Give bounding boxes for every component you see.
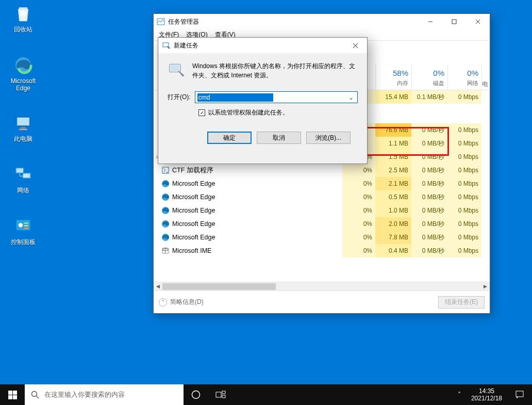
process-row[interactable]: CTF 加载程序0%2.5 MB0 MB/秒0 Mbps xyxy=(154,164,490,177)
cell-cpu: 0% xyxy=(342,231,375,244)
open-input[interactable] xyxy=(197,93,273,102)
process-name: CTF 加载程序 xyxy=(172,166,342,175)
control-panel-icon xyxy=(13,216,34,236)
svg-rect-42 xyxy=(216,392,221,397)
desktop-icon-this-pc[interactable]: 此电脑 xyxy=(4,112,42,142)
scroll-right-icon[interactable]: ► xyxy=(481,282,490,291)
svg-rect-4 xyxy=(21,127,26,128)
scroll-left-icon[interactable]: ◄ xyxy=(154,282,162,291)
dialog-close-button[interactable] xyxy=(343,38,367,53)
notifications-button[interactable] xyxy=(507,390,532,399)
notifications-icon xyxy=(515,390,524,399)
svg-rect-36 xyxy=(13,391,17,395)
cell-memory: 7.8 MB xyxy=(375,231,411,244)
cell-memory: 1.1 MB xyxy=(375,137,411,150)
dropdown-icon[interactable]: ⌄ xyxy=(347,94,355,101)
process-row[interactable]: Microsoft Edge0%7.8 MB0 MB/秒0 Mbps xyxy=(154,231,490,244)
cancel-button[interactable]: 取消 xyxy=(257,132,301,144)
scroll-thumb[interactable] xyxy=(162,283,276,290)
cell-network: 0 Mbps xyxy=(447,217,481,231)
cell-network: 0 Mbps xyxy=(447,190,481,204)
cell-network: 0 Mbps xyxy=(447,123,481,137)
task-manager-icon xyxy=(157,18,165,26)
chevron-up-icon: ˄ xyxy=(159,298,167,306)
desktop-icon-recycle-bin[interactable]: 回收站 xyxy=(4,3,42,33)
process-row[interactable]: Microsoft Edge0%1.0 MB0 MB/秒0 Mbps xyxy=(154,204,490,217)
checkbox-checked-icon[interactable]: ✓ xyxy=(198,109,205,116)
cell-network: 0 Mbps xyxy=(447,231,481,244)
fewer-details-link[interactable]: ˄ 简略信息(D) xyxy=(159,298,204,306)
svg-rect-3 xyxy=(17,118,29,125)
svg-rect-17 xyxy=(452,20,456,24)
desktop-icon-label: 回收站 xyxy=(4,26,42,33)
column-disk[interactable]: 0% 磁盘 xyxy=(411,64,447,90)
start-button[interactable] xyxy=(0,384,25,405)
taskbar-date: 2021/12/18 xyxy=(471,395,502,402)
title-bar[interactable]: 任务管理器 xyxy=(154,14,490,29)
cell-disk: 0 MB/秒 xyxy=(411,204,447,217)
admin-checkbox-row[interactable]: ✓ 以系统管理权限创建此任务。 xyxy=(198,108,358,117)
svg-point-11 xyxy=(19,223,23,227)
process-row[interactable]: Microsoft Edge0%2.1 MB0 MB/秒0 Mbps xyxy=(154,177,490,190)
process-row[interactable]: Microsoft Edge0%2.0 MB0 MB/秒0 Mbps xyxy=(154,217,490,231)
ok-button[interactable]: 确定 xyxy=(207,132,252,144)
svg-rect-38 xyxy=(13,395,17,399)
svg-rect-37 xyxy=(8,395,12,399)
cell-memory: 76.6 MB xyxy=(375,123,411,137)
run-icon xyxy=(162,41,171,50)
task-view-icon xyxy=(215,391,226,399)
close-button[interactable] xyxy=(466,14,490,29)
search-placeholder: 在这里输入你要搜索的内容 xyxy=(44,390,125,399)
column-network[interactable]: 0% 网络 xyxy=(447,64,481,90)
cell-disk: 0 MB/秒 xyxy=(411,150,447,164)
cortana-button[interactable] xyxy=(184,384,208,405)
process-row[interactable]: 中Microsoft IME0%0.4 MB0 MB/秒0 Mbps xyxy=(154,244,490,257)
taskbar-clock[interactable]: 14:35 2021/12/18 xyxy=(466,387,507,402)
taskbar-time: 14:35 xyxy=(471,387,502,395)
svg-point-39 xyxy=(32,392,37,397)
cell-disk: 0 MB/秒 xyxy=(411,217,447,231)
maximize-button[interactable] xyxy=(442,14,466,29)
recycle-bin-icon xyxy=(13,3,34,24)
cell-memory: 0.5 MB xyxy=(375,190,411,204)
cell-network: 0 Mbps xyxy=(447,204,481,217)
desktop-icon-network[interactable]: 网络 xyxy=(4,164,42,194)
svg-rect-12 xyxy=(24,222,28,224)
task-view-button[interactable] xyxy=(208,384,233,405)
open-combobox[interactable]: ⌄ xyxy=(195,91,358,103)
svg-line-40 xyxy=(37,396,39,399)
column-memory[interactable]: 58% 内存 xyxy=(375,64,411,90)
admin-checkbox-label: 以系统管理权限创建此任务。 xyxy=(208,108,289,117)
process-name: Microsoft IME xyxy=(172,247,342,254)
browse-button[interactable]: 浏览(B)... xyxy=(306,132,351,144)
cell-disk: 0 MB/秒 xyxy=(411,137,447,150)
system-tray[interactable]: ˄ xyxy=(453,391,466,398)
column-power[interactable]: 电 xyxy=(481,64,490,90)
dialog-title: 新建任务 xyxy=(174,41,343,50)
open-label: 打开(O): xyxy=(168,93,191,102)
window-title: 任务管理器 xyxy=(168,18,419,26)
process-icon xyxy=(161,193,170,201)
cell-disk: 0 MB/秒 xyxy=(411,123,447,137)
process-name: Microsoft Edge xyxy=(172,180,342,187)
cell-network: 0 Mbps xyxy=(447,137,481,150)
horizontal-scrollbar[interactable]: ◄ ► xyxy=(154,282,490,290)
process-icon: 中 xyxy=(161,247,170,255)
cell-cpu: 0% xyxy=(342,164,375,177)
cell-network: 0 Mbps xyxy=(447,150,481,164)
process-row[interactable]: Microsoft Edge0%0.5 MB0 MB/秒0 Mbps xyxy=(154,190,490,204)
desktop-icon-control-panel[interactable]: 控制面板 xyxy=(4,216,42,246)
run-dialog: 新建任务 Windows 将根据你所键入的名称，为你打开相应的程序、文件夹、文档… xyxy=(158,37,368,164)
network-icon xyxy=(13,164,34,185)
minimize-button[interactable] xyxy=(419,14,442,29)
cell-cpu: 0% xyxy=(342,217,375,231)
svg-rect-44 xyxy=(222,395,225,398)
desktop-icon-edge[interactable]: Microsoft Edge xyxy=(4,55,42,92)
taskbar-search[interactable]: 在这里输入你要搜索的内容 xyxy=(25,384,184,405)
tray-chevron-up-icon[interactable]: ˄ xyxy=(458,391,461,398)
dialog-title-bar[interactable]: 新建任务 xyxy=(158,38,367,53)
cell-memory: 2.1 MB xyxy=(375,177,411,190)
process-icon xyxy=(161,166,170,174)
svg-rect-34 xyxy=(170,65,179,71)
end-task-button[interactable]: 结束任务(E) xyxy=(438,296,485,309)
